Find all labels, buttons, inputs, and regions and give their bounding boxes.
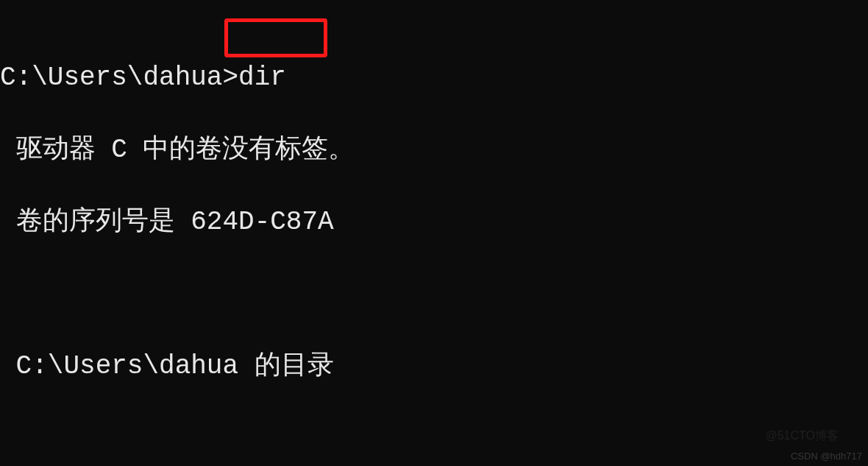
- volume-line: 驱动器 C 中的卷没有标签。: [0, 132, 868, 168]
- command-highlight-box: [224, 18, 327, 57]
- blank-line: [0, 276, 868, 312]
- terminal-output[interactable]: C:\Users\dahua>dir 驱动器 C 中的卷没有标签。 卷的序列号是…: [0, 0, 868, 466]
- serial-line: 卷的序列号是 624D-C87A: [0, 204, 868, 240]
- volume-drive: C: [111, 135, 127, 165]
- prompt-marker: >: [222, 63, 238, 93]
- serial-number: 624D-C87A: [191, 207, 333, 237]
- prompt-line: C:\Users\dahua>dir: [0, 60, 868, 96]
- prompt-path: C:\Users\dahua: [0, 63, 222, 93]
- directory-of-path: C:\Users\dahua: [16, 351, 238, 381]
- directory-of-line: C:\Users\dahua 的目录: [0, 348, 868, 384]
- prompt-command: dir: [238, 63, 286, 93]
- blank-line: [0, 420, 868, 456]
